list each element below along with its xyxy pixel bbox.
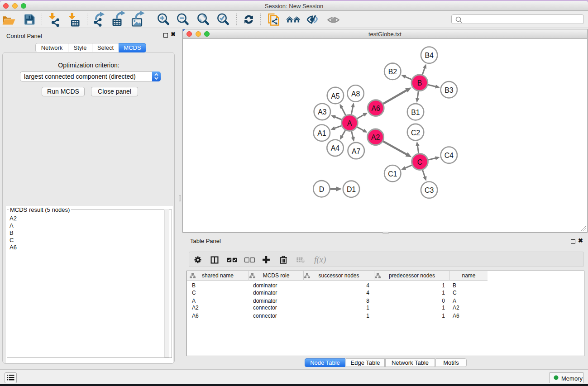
svg-text:C2: C2 [411, 129, 420, 137]
svg-text:A: A [347, 119, 352, 127]
svg-text:B4: B4 [425, 52, 434, 59]
svg-text:A4: A4 [331, 144, 340, 152]
svg-text:A5: A5 [331, 92, 340, 100]
svg-text:C4: C4 [445, 152, 454, 159]
svg-text:B: B [417, 79, 422, 87]
svg-text:C1: C1 [388, 170, 397, 178]
svg-text:C3: C3 [425, 186, 434, 194]
svg-text:A8: A8 [351, 90, 360, 98]
svg-text:D: D [319, 186, 324, 193]
svg-text:B3: B3 [445, 86, 454, 94]
svg-text:B1: B1 [411, 109, 420, 116]
svg-text:A1: A1 [317, 129, 326, 137]
svg-text:A2: A2 [371, 133, 380, 141]
svg-text:D1: D1 [347, 186, 356, 193]
svg-text:A6: A6 [372, 105, 381, 112]
svg-text:A3: A3 [318, 108, 327, 116]
svg-text:C: C [417, 158, 422, 166]
svg-text:A7: A7 [352, 148, 360, 155]
svg-text:B2: B2 [388, 68, 397, 76]
